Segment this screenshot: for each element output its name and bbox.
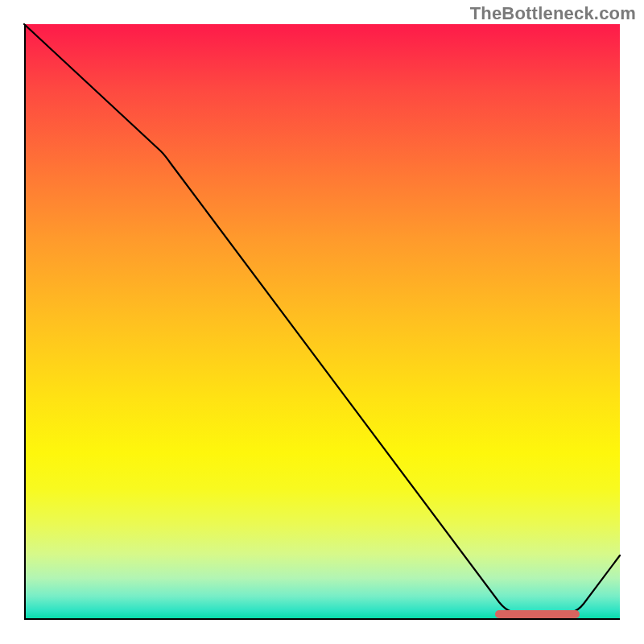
plot-area: [24, 24, 620, 620]
bottleneck-curve: [24, 24, 620, 620]
attribution-text: TheBottleneck.com: [470, 3, 636, 24]
curve-path: [24, 24, 620, 612]
optimal-range-marker: [495, 610, 580, 618]
x-axis-line: [24, 618, 620, 620]
chart-container: TheBottleneck.com: [0, 0, 644, 644]
y-axis-line: [24, 24, 26, 620]
